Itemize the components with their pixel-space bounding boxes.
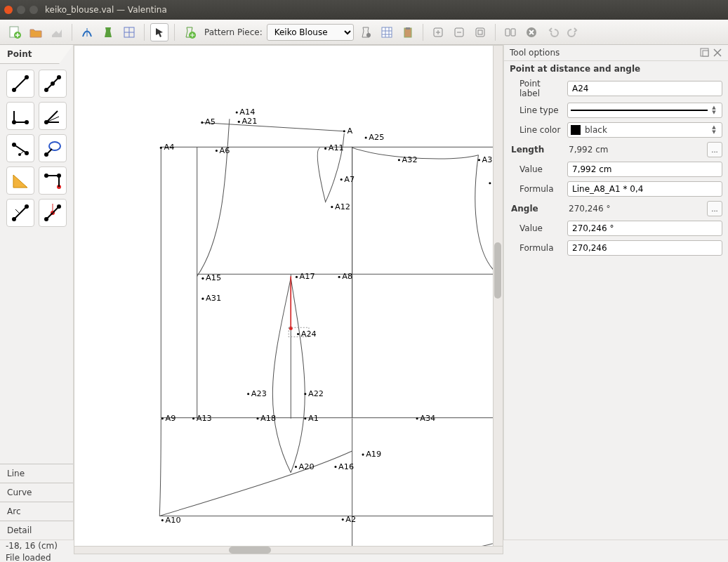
- svg-line-65: [202, 122, 344, 131]
- tab-line[interactable]: Line: [0, 464, 73, 483]
- svg-text:A7: A7: [344, 175, 355, 184]
- svg-text:A21: A21: [241, 117, 257, 126]
- svg-line-24: [14, 77, 27, 90]
- svg-text:A11: A11: [329, 143, 344, 152]
- svg-text:A30: A30: [482, 155, 493, 164]
- tab-curve[interactable]: Curve: [0, 483, 73, 502]
- undo-button[interactable]: [543, 23, 562, 41]
- pointer-tool-button[interactable]: [150, 23, 168, 41]
- main-toolbar: Pattern Piece: Keiko Blouse: [0, 20, 728, 45]
- angle-formula-input[interactable]: [567, 240, 722, 256]
- save-file-button[interactable]: [48, 23, 66, 41]
- svg-text:A: A: [347, 126, 352, 136]
- svg-text:A22: A22: [308, 389, 324, 398]
- svg-rect-20: [511, 29, 515, 36]
- svg-text:A23: A23: [251, 389, 267, 398]
- point-label-input[interactable]: [567, 81, 722, 96]
- length-value-label: Value: [510, 164, 562, 174]
- length-value-input[interactable]: [567, 162, 722, 177]
- zoom-out-button[interactable]: [450, 23, 468, 41]
- tool-height[interactable]: [6, 199, 34, 227]
- svg-point-7: [366, 33, 371, 37]
- svg-text:A5: A5: [205, 117, 216, 126]
- section-title: Point at distance and angle: [504, 61, 728, 77]
- svg-point-120: [247, 393, 249, 395]
- new-file-button[interactable]: [6, 23, 24, 41]
- horizontal-scrollbar[interactable]: [74, 547, 503, 554]
- pattern-piece-select[interactable]: Keiko Blouse: [267, 24, 354, 41]
- svg-point-130: [256, 417, 258, 419]
- line-type-label: Line type: [510, 105, 562, 115]
- svg-text:A19: A19: [366, 450, 381, 459]
- tool-bisector[interactable]: [39, 102, 67, 130]
- window-min-icon[interactable]: [17, 6, 25, 14]
- config-piece-button[interactable]: [357, 23, 375, 41]
- svg-text:A31: A31: [206, 294, 221, 303]
- vertical-scrollbar[interactable]: [494, 45, 503, 547]
- svg-text:A1: A1: [308, 414, 319, 423]
- line-color-select[interactable]: black▲▼: [567, 122, 722, 138]
- svg-text:A25: A25: [369, 133, 384, 142]
- zoom-in-button[interactable]: [429, 23, 447, 41]
- svg-text:A16: A16: [338, 462, 354, 471]
- length-formula-input[interactable]: [567, 181, 722, 197]
- panel-undock-icon[interactable]: [700, 48, 710, 58]
- tab-point[interactable]: Point: [0, 45, 73, 64]
- svg-point-86: [343, 130, 345, 132]
- pattern-piece-label: Pattern Piece:: [204, 27, 263, 37]
- point-label-label: Point label: [510, 79, 562, 98]
- panel-close-icon[interactable]: [713, 48, 722, 58]
- tab-detail[interactable]: Detail: [0, 521, 73, 540]
- tool-contact[interactable]: [39, 134, 67, 162]
- length-formula-label: Formula: [510, 184, 562, 194]
- tool-shoulder[interactable]: [6, 134, 34, 162]
- svg-point-96: [398, 159, 400, 161]
- measurements-button[interactable]: [78, 23, 96, 41]
- table-button[interactable]: [378, 23, 396, 41]
- svg-text:A13: A13: [197, 414, 212, 423]
- panel-title: Tool options: [510, 48, 560, 58]
- angle-expand-button[interactable]: ...: [707, 201, 722, 216]
- svg-text:A12: A12: [335, 202, 350, 211]
- redo-button[interactable]: [564, 23, 583, 41]
- tool-triangle[interactable]: [6, 166, 34, 195]
- svg-line-28: [46, 77, 59, 90]
- svg-point-138: [295, 466, 297, 468]
- svg-point-126: [161, 417, 164, 419]
- svg-point-142: [161, 519, 164, 521]
- svg-rect-60: [352, 147, 493, 417]
- tool-along-line[interactable]: [39, 70, 67, 98]
- svg-text:A20: A20: [299, 462, 315, 471]
- tool-point-intersect[interactable]: [39, 166, 67, 195]
- length-expand-button[interactable]: ...: [707, 142, 722, 157]
- svg-point-136: [362, 454, 364, 456]
- line-type-select[interactable]: ▲▼: [567, 103, 722, 118]
- new-piece-button[interactable]: [180, 23, 199, 41]
- zoom-fit-button[interactable]: [471, 23, 489, 41]
- tool-normal[interactable]: [6, 102, 34, 130]
- open-file-button[interactable]: [27, 23, 45, 41]
- svg-line-41: [20, 151, 24, 155]
- pattern-grid-button[interactable]: [120, 23, 138, 41]
- svg-point-134: [416, 417, 418, 419]
- tool-line-intersect-axis[interactable]: [39, 199, 67, 227]
- tab-arc[interactable]: Arc: [0, 502, 73, 521]
- zoom-1-1-button[interactable]: [501, 23, 519, 41]
- clipboard-button[interactable]: [399, 23, 417, 41]
- svg-point-94: [331, 206, 333, 208]
- line-color-label: Line color: [510, 125, 562, 135]
- window-max-icon[interactable]: [29, 6, 38, 14]
- stop-button[interactable]: [522, 23, 541, 41]
- svg-point-144: [342, 518, 344, 521]
- svg-line-35: [46, 111, 58, 122]
- svg-text:A18: A18: [260, 414, 276, 423]
- svg-point-104: [489, 182, 491, 184]
- svg-point-80: [236, 111, 238, 113]
- angle-value-input[interactable]: [567, 221, 722, 236]
- drawing-canvas[interactable]: A4A5A14A21A6AA25A11A7A12A32A29A30A26A35A…: [74, 45, 494, 547]
- window-close-icon[interactable]: [4, 6, 13, 14]
- tool-sidebar: Point LineCurveArcDetail: [0, 45, 74, 540]
- svg-rect-18: [478, 30, 482, 34]
- tool-endpoint[interactable]: [6, 70, 34, 98]
- pattern-body-button[interactable]: [99, 23, 117, 41]
